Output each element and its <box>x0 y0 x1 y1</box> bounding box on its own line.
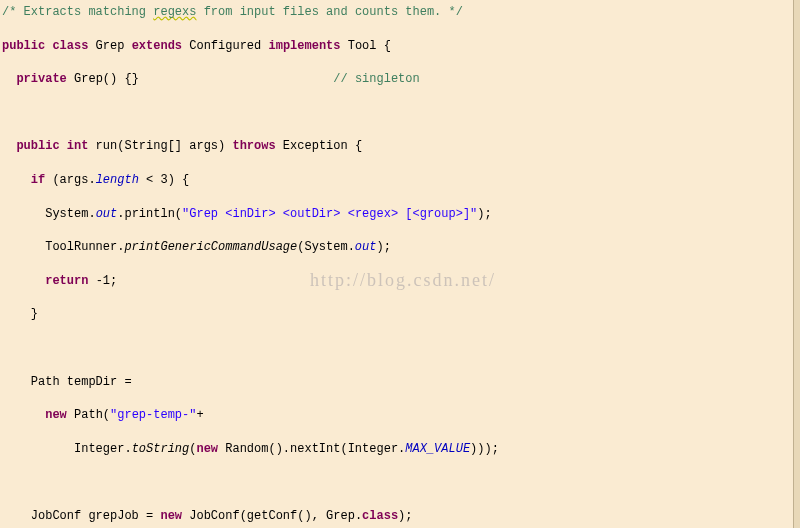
code-line[interactable]: public int run(String[] args) throws Exc… <box>2 138 798 155</box>
code-token <box>2 72 16 86</box>
code-token: + <box>196 408 203 422</box>
code-token: } <box>2 307 38 321</box>
code-token: return <box>45 274 88 288</box>
code-token: "grep-temp-" <box>110 408 196 422</box>
code-token: implements <box>268 39 340 53</box>
code-token: extends <box>132 39 182 53</box>
code-token: // singleton <box>333 72 419 86</box>
editor-right-margin <box>793 0 800 528</box>
code-token: < 3) { <box>139 173 189 187</box>
code-token: (System. <box>297 240 355 254</box>
code-token: regexs <box>153 5 196 19</box>
code-token: Exception { <box>276 139 362 153</box>
code-token: Path tempDir = <box>2 375 132 389</box>
code-token: ); <box>376 240 390 254</box>
code-line[interactable]: public class Grep extends Configured imp… <box>2 38 798 55</box>
code-line[interactable] <box>2 340 798 357</box>
code-token: run(String[] args) <box>88 139 232 153</box>
code-token: Tool { <box>341 39 391 53</box>
code-token: (args. <box>45 173 95 187</box>
code-token: public int <box>16 139 88 153</box>
code-line[interactable] <box>2 105 798 122</box>
code-line[interactable]: new Path("grep-temp-"+ <box>2 407 798 424</box>
code-token: Integer. <box>2 442 132 456</box>
code-line[interactable]: ToolRunner.printGenericCommandUsage(Syst… <box>2 239 798 256</box>
code-token: Configured <box>182 39 268 53</box>
code-token: toString <box>132 442 190 456</box>
code-token: out <box>355 240 377 254</box>
code-token: Path( <box>67 408 110 422</box>
code-token: printGenericCommandUsage <box>124 240 297 254</box>
code-token: from input files and counts them. */ <box>196 5 462 19</box>
code-token: ))); <box>470 442 499 456</box>
code-token <box>2 408 45 422</box>
code-line[interactable]: Path tempDir = <box>2 374 798 391</box>
code-line[interactable] <box>2 474 798 491</box>
code-token: /* Extracts matching <box>2 5 153 19</box>
code-line[interactable]: /* Extracts matching regexs from input f… <box>2 4 798 21</box>
code-token: ); <box>477 207 491 221</box>
code-token: class <box>362 509 398 523</box>
code-token: throws <box>232 139 275 153</box>
code-token: new <box>196 442 218 456</box>
code-token: out <box>96 207 118 221</box>
code-token <box>2 274 45 288</box>
code-line[interactable]: JobConf grepJob = new JobConf(getConf(),… <box>2 508 798 525</box>
code-token: new <box>45 408 67 422</box>
code-token: public class <box>2 39 88 53</box>
code-token <box>2 139 16 153</box>
code-line[interactable]: Integer.toString(new Random().nextInt(In… <box>2 441 798 458</box>
code-token: private <box>16 72 66 86</box>
code-token: MAX_VALUE <box>405 442 470 456</box>
code-token: Random().nextInt(Integer. <box>218 442 405 456</box>
code-token: System. <box>2 207 96 221</box>
code-line[interactable]: private Grep() {} // singleton <box>2 71 798 88</box>
code-line[interactable]: } <box>2 306 798 323</box>
code-token: ); <box>398 509 412 523</box>
code-token: JobConf(getConf(), Grep. <box>182 509 362 523</box>
code-token: JobConf grepJob = <box>2 509 160 523</box>
code-token: -1; <box>88 274 117 288</box>
code-editor[interactable]: /* Extracts matching regexs from input f… <box>0 0 800 528</box>
code-token: new <box>160 509 182 523</box>
code-line[interactable]: System.out.println("Grep <inDir> <outDir… <box>2 206 798 223</box>
code-token: ToolRunner. <box>2 240 124 254</box>
code-token: Grep <box>88 39 131 53</box>
code-line[interactable]: if (args.length < 3) { <box>2 172 798 189</box>
code-token: length <box>96 173 139 187</box>
code-token: .println( <box>117 207 182 221</box>
code-token: if <box>31 173 45 187</box>
code-token <box>2 173 31 187</box>
code-token: "Grep <inDir> <outDir> <regex> [<group>]… <box>182 207 477 221</box>
code-token: Grep() {} <box>67 72 333 86</box>
code-line[interactable]: return -1; <box>2 273 798 290</box>
